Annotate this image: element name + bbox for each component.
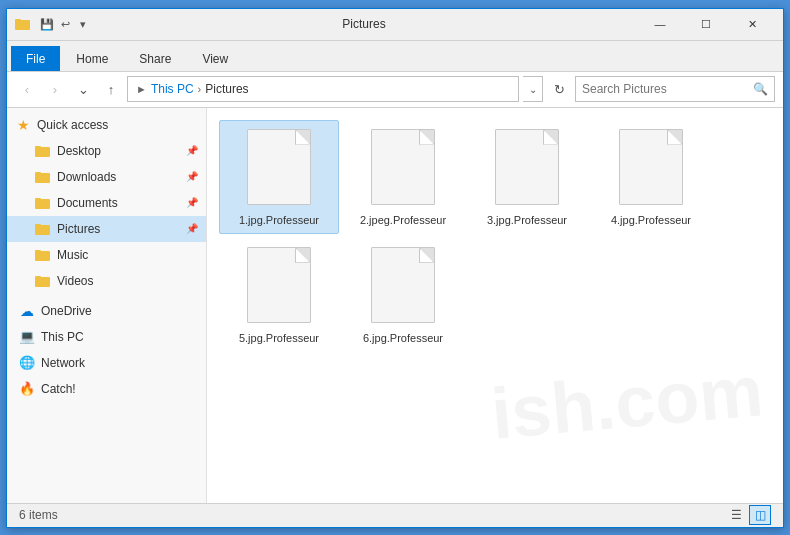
forward-button[interactable]: › xyxy=(43,77,67,101)
svg-rect-7 xyxy=(35,198,41,201)
address-path[interactable]: ► This PC › Pictures xyxy=(127,76,519,102)
search-icon[interactable]: 🔍 xyxy=(753,82,768,96)
folder-icon xyxy=(15,16,31,32)
pin-icon: 📌 xyxy=(186,145,198,156)
file-item-6[interactable]: 6.jpg.Professeur xyxy=(343,238,463,352)
file-item-5[interactable]: 5.jpg.Professeur xyxy=(219,238,339,352)
ribbon-tabs: File Home Share View xyxy=(7,41,783,71)
file-name-5: 5.jpg.Professeur xyxy=(239,331,319,345)
sidebar-item-network[interactable]: 🌐 Network xyxy=(7,350,206,376)
window-controls: — ☐ ✕ xyxy=(637,8,775,40)
folder-pictures-icon xyxy=(35,221,51,237)
grid-view-button[interactable]: ◫ xyxy=(749,505,771,525)
svg-rect-9 xyxy=(35,224,41,227)
quick-access-toolbar: 💾 ↩ ▾ xyxy=(39,16,91,32)
sidebar-item-downloads[interactable]: Downloads 📌 xyxy=(7,164,206,190)
file-name-4: 4.jpg.Professeur xyxy=(611,213,691,227)
file-page-fold-2 xyxy=(420,130,434,144)
svg-rect-5 xyxy=(35,172,41,175)
file-name-3: 3.jpg.Professeur xyxy=(487,213,567,227)
sidebar-quick-access-label: Quick access xyxy=(37,118,108,132)
main-content: ★ Quick access Desktop 📌 Downloads 📌 xyxy=(7,108,783,503)
network-icon: 🌐 xyxy=(19,355,35,371)
qat-undo-button[interactable]: ↩ xyxy=(57,16,73,32)
search-input[interactable] xyxy=(582,82,753,96)
file-page-5 xyxy=(247,247,311,323)
file-page-3 xyxy=(495,129,559,205)
file-name-2: 2.jpeg.Professeur xyxy=(360,213,446,227)
file-page-2 xyxy=(371,129,435,205)
file-item-4[interactable]: 4.jpg.Professeur xyxy=(591,120,711,234)
sidebar-item-music[interactable]: Music xyxy=(7,242,206,268)
back-button[interactable]: ‹ xyxy=(15,77,39,101)
path-pictures: Pictures xyxy=(205,82,248,96)
qat-dropdown-button[interactable]: ▾ xyxy=(75,16,91,32)
sidebar-desktop-label: Desktop xyxy=(57,144,101,158)
title-bar-icons xyxy=(15,16,31,32)
sidebar-onedrive-label: OneDrive xyxy=(41,304,92,318)
sidebar-catch-label: Catch! xyxy=(41,382,76,396)
file-page-1 xyxy=(247,129,311,205)
file-area: ish.com 1.jpg.Professeur xyxy=(207,108,783,503)
file-name-1: 1.jpg.Professeur xyxy=(239,213,319,227)
sidebar-downloads-label: Downloads xyxy=(57,170,116,184)
maximize-button[interactable]: ☐ xyxy=(683,8,729,40)
sidebar-item-catch[interactable]: 🔥 Catch! xyxy=(7,376,206,402)
pin-documents-icon: 📌 xyxy=(186,197,198,208)
sidebar-documents-label: Documents xyxy=(57,196,118,210)
file-item-3[interactable]: 3.jpg.Professeur xyxy=(467,120,587,234)
folder-desktop-icon xyxy=(35,143,51,159)
sidebar-item-onedrive[interactable]: ☁ OneDrive xyxy=(7,298,206,324)
sidebar-network-label: Network xyxy=(41,356,85,370)
file-item-2[interactable]: 2.jpeg.Professeur xyxy=(343,120,463,234)
sidebar-item-pictures[interactable]: Pictures 📌 xyxy=(7,216,206,242)
close-button[interactable]: ✕ xyxy=(729,8,775,40)
tab-home[interactable]: Home xyxy=(61,46,123,71)
qat-save-button[interactable]: 💾 xyxy=(39,16,55,32)
svg-rect-1 xyxy=(15,19,21,22)
window-title: Pictures xyxy=(91,17,637,31)
title-bar: 💾 ↩ ▾ Pictures — ☐ ✕ xyxy=(7,9,783,41)
status-bar: 6 items ☰ ◫ xyxy=(7,503,783,527)
folder-documents-icon xyxy=(35,195,51,211)
item-count: 6 items xyxy=(19,508,58,522)
search-box[interactable]: 🔍 xyxy=(575,76,775,102)
file-page-6 xyxy=(371,247,435,323)
view-switcher: ☰ ◫ xyxy=(725,505,771,525)
address-bar: ‹ › ⌄ ↑ ► This PC › Pictures ⌄ ↻ 🔍 xyxy=(7,72,783,108)
sidebar-item-documents[interactable]: Documents 📌 xyxy=(7,190,206,216)
sidebar-quick-access[interactable]: ★ Quick access xyxy=(7,112,206,138)
star-icon: ★ xyxy=(15,117,31,133)
tab-share[interactable]: Share xyxy=(124,46,186,71)
sidebar-item-thispc[interactable]: 💻 This PC xyxy=(7,324,206,350)
tab-file[interactable]: File xyxy=(11,46,60,71)
file-icon-large-3 xyxy=(492,129,562,209)
path-thispc[interactable]: This PC xyxy=(151,82,194,96)
file-item-1[interactable]: 1.jpg.Professeur xyxy=(219,120,339,234)
file-icon-large-2 xyxy=(368,129,438,209)
folder-downloads-icon xyxy=(35,169,51,185)
sidebar-item-desktop[interactable]: Desktop 📌 xyxy=(7,138,206,164)
tab-view[interactable]: View xyxy=(187,46,243,71)
sidebar-item-videos[interactable]: Videos xyxy=(7,268,206,294)
sidebar-thispc-label: This PC xyxy=(41,330,84,344)
sidebar-music-label: Music xyxy=(57,248,88,262)
dropdown-history-button[interactable]: ⌄ xyxy=(71,77,95,101)
file-name-6: 6.jpg.Professeur xyxy=(363,331,443,345)
pin-pictures-icon: 📌 xyxy=(186,223,198,234)
svg-rect-13 xyxy=(35,276,41,279)
file-icon-large-6 xyxy=(368,247,438,327)
pin-downloads-icon: 📌 xyxy=(186,171,198,182)
list-view-button[interactable]: ☰ xyxy=(725,505,747,525)
ribbon: File Home Share View xyxy=(7,41,783,72)
file-page-fold-1 xyxy=(296,130,310,144)
minimize-button[interactable]: — xyxy=(637,8,683,40)
watermark: ish.com xyxy=(488,349,766,454)
refresh-button[interactable]: ↻ xyxy=(547,77,571,101)
svg-rect-3 xyxy=(35,146,41,149)
file-icon-large-1 xyxy=(244,129,314,209)
address-dropdown-button[interactable]: ⌄ xyxy=(523,76,543,102)
file-icon-large-5 xyxy=(244,247,314,327)
up-button[interactable]: ↑ xyxy=(99,77,123,101)
folder-music-icon xyxy=(35,247,51,263)
